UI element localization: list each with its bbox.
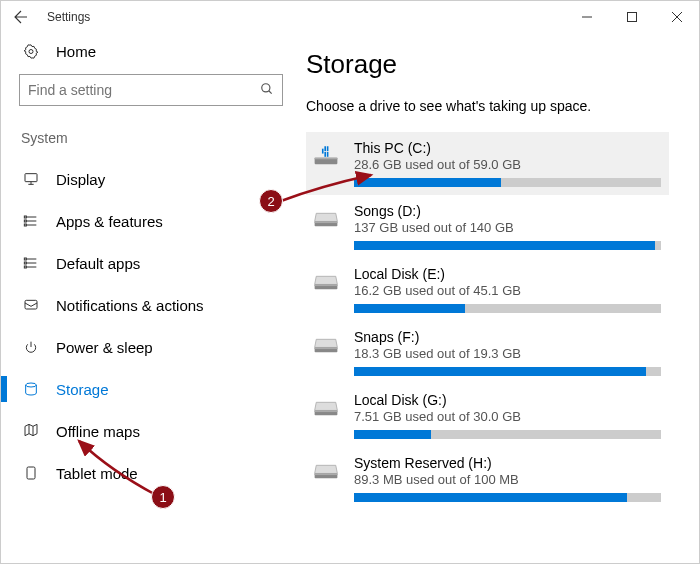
window-controls [564, 1, 699, 33]
svg-line-4 [269, 90, 272, 93]
drive-usage: 28.6 GB used out of 59.0 GB [354, 157, 661, 172]
drive-usage-bar [354, 430, 661, 439]
sidebar-item-label: Display [56, 171, 105, 188]
power-icon [23, 339, 39, 355]
search-icon [260, 82, 274, 99]
search-box[interactable] [19, 74, 283, 106]
svg-rect-34 [315, 221, 338, 223]
sidebar-item-storage[interactable]: Storage [1, 368, 301, 410]
drive-item[interactable]: This PC (C:)28.6 GB used out of 59.0 GB [306, 132, 669, 195]
drive-usage: 137 GB used out of 140 GB [354, 220, 661, 235]
drive-icon [312, 268, 340, 296]
sidebar-item-label: Default apps [56, 255, 140, 272]
svg-point-3 [262, 83, 270, 91]
svg-rect-20 [25, 300, 37, 309]
drive-name: System Reserved (H:) [354, 455, 661, 471]
sidebar-item-label: Offline maps [56, 423, 140, 440]
svg-rect-19 [24, 266, 26, 268]
sidebar-item-display[interactable]: Display [1, 158, 301, 200]
svg-rect-1 [627, 13, 636, 22]
sidebar-item-label: Notifications & actions [56, 297, 204, 314]
drive-name: This PC (C:) [354, 140, 661, 156]
svg-rect-30 [324, 152, 326, 157]
svg-rect-13 [24, 224, 26, 226]
notifications-icon [23, 297, 39, 313]
titlebar: Settings [1, 1, 699, 33]
content-area: Storage Choose a drive to see what's tak… [301, 33, 699, 563]
svg-rect-28 [324, 146, 326, 151]
drive-icon [312, 394, 340, 422]
drive-usage: 18.3 GB used out of 19.3 GB [354, 346, 661, 361]
drive-usage: 89.3 MB used out of 100 MB [354, 472, 661, 487]
drive-list: This PC (C:)28.6 GB used out of 59.0 GBS… [306, 132, 669, 510]
sidebar-item-label: Tablet mode [56, 465, 138, 482]
drive-usage-bar [354, 304, 661, 313]
section-label: System [1, 122, 301, 158]
sidebar-item-apps-features[interactable]: Apps & features [1, 200, 301, 242]
drive-name: Local Disk (E:) [354, 266, 661, 282]
nav-list: DisplayApps & featuresDefault appsNotifi… [1, 158, 301, 494]
drive-icon [312, 457, 340, 485]
drive-usage-bar [354, 241, 661, 250]
svg-rect-24 [27, 467, 35, 479]
svg-point-21 [26, 383, 37, 387]
svg-rect-29 [327, 146, 329, 151]
svg-rect-36 [315, 284, 338, 286]
close-icon [672, 12, 682, 22]
svg-rect-11 [24, 216, 26, 218]
drive-item[interactable]: System Reserved (H:)89.3 MB used out of … [306, 447, 669, 510]
drive-name: Snaps (F:) [354, 329, 661, 345]
sidebar-item-tablet-mode[interactable]: Tablet mode [1, 452, 301, 494]
display-icon [23, 171, 39, 187]
svg-rect-40 [315, 410, 338, 412]
page-title: Storage [306, 49, 669, 80]
window-title: Settings [47, 10, 90, 24]
drive-name: Songs (D:) [354, 203, 661, 219]
svg-rect-12 [24, 220, 26, 222]
gear-icon [23, 44, 39, 60]
svg-rect-31 [327, 152, 329, 157]
drive-usage-bar [354, 178, 661, 187]
svg-rect-18 [24, 262, 26, 264]
maximize-icon [627, 12, 637, 22]
drive-usage: 7.51 GB used out of 30.0 GB [354, 409, 661, 424]
storage-icon [23, 381, 39, 397]
tablet-icon [23, 465, 39, 481]
drive-name: Local Disk (G:) [354, 392, 661, 408]
sidebar-item-notifications-actions[interactable]: Notifications & actions [1, 284, 301, 326]
svg-rect-32 [322, 149, 324, 154]
sidebar-item-label: Storage [56, 381, 109, 398]
drive-usage-bar [354, 367, 661, 376]
sidebar-item-default-apps[interactable]: Default apps [1, 242, 301, 284]
minimize-icon [582, 12, 592, 22]
back-arrow-icon [12, 8, 30, 26]
back-button[interactable] [1, 1, 41, 33]
drive-item[interactable]: Local Disk (E:)16.2 GB used out of 45.1 … [306, 258, 669, 321]
apps-icon [23, 213, 39, 229]
home-label: Home [56, 43, 96, 60]
svg-rect-38 [315, 347, 338, 349]
svg-point-2 [29, 50, 33, 54]
search-input[interactable] [28, 82, 248, 98]
home-button[interactable]: Home [1, 33, 301, 74]
default-apps-icon [23, 255, 39, 271]
svg-rect-27 [315, 158, 338, 160]
page-subtitle: Choose a drive to see what's taking up s… [306, 98, 669, 114]
minimize-button[interactable] [564, 1, 609, 33]
sidebar-item-label: Apps & features [56, 213, 163, 230]
sidebar-item-power-sleep[interactable]: Power & sleep [1, 326, 301, 368]
svg-rect-42 [315, 473, 338, 475]
drive-item[interactable]: Snaps (F:)18.3 GB used out of 19.3 GB [306, 321, 669, 384]
close-button[interactable] [654, 1, 699, 33]
drive-usage-bar [354, 493, 661, 502]
svg-rect-5 [25, 174, 37, 182]
maximize-button[interactable] [609, 1, 654, 33]
sidebar-item-offline-maps[interactable]: Offline maps [1, 410, 301, 452]
settings-window: Settings Home [0, 0, 700, 564]
drive-item[interactable]: Songs (D:)137 GB used out of 140 GB [306, 195, 669, 258]
sidebar-item-label: Power & sleep [56, 339, 153, 356]
drive-usage: 16.2 GB used out of 45.1 GB [354, 283, 661, 298]
drive-icon [312, 205, 340, 233]
drive-item[interactable]: Local Disk (G:)7.51 GB used out of 30.0 … [306, 384, 669, 447]
sidebar: Home System DisplayApps & featuresDefaul… [1, 33, 301, 563]
